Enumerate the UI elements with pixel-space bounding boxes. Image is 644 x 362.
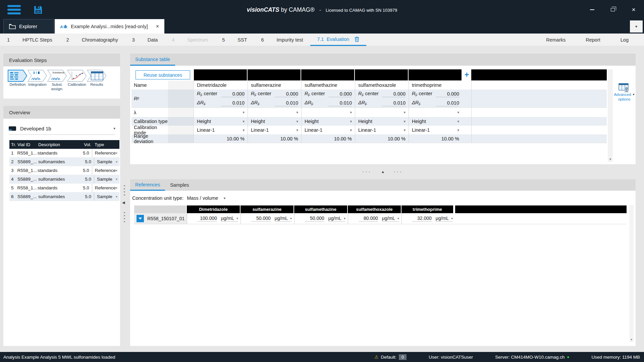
type-dropdown[interactable]: Reference▾ bbox=[92, 184, 119, 192]
step-sst[interactable]: 5SST bbox=[215, 34, 254, 46]
range-deviation-field[interactable]: 10.00 % bbox=[194, 134, 248, 143]
rf-center-field[interactable]: 0.000 bbox=[328, 91, 352, 97]
step-data[interactable]: 3Data bbox=[125, 34, 165, 46]
amount-field[interactable]: 80.000 bbox=[359, 216, 378, 222]
unit-dropdown[interactable]: µg/mL▾ bbox=[382, 216, 399, 222]
lambda-dropdown[interactable]: ▾ bbox=[301, 108, 355, 117]
rf-center-field[interactable]: 0.000 bbox=[275, 91, 298, 97]
plate-selector[interactable]: Developed 1b ▾ bbox=[9, 123, 115, 135]
column-header[interactable] bbox=[355, 69, 409, 80]
range-deviation-field[interactable]: 10.00 % bbox=[301, 134, 355, 143]
amount-field[interactable]: 100.000 bbox=[198, 216, 217, 222]
column-header[interactable] bbox=[194, 69, 248, 80]
collapse-panel-icon[interactable]: ◀ bbox=[122, 200, 125, 205]
tab-document[interactable]: A Example Analysi...mides [read-only] × bbox=[55, 19, 164, 34]
table-row[interactable]: 2 S5889_... sulfonamides 5.0 Sample▾ bbox=[9, 158, 119, 166]
eval-step-substance-assignment-icon[interactable]: Substance bbox=[47, 70, 67, 82]
tab-explorer[interactable]: Explorer bbox=[3, 19, 54, 34]
table-row[interactable]: 3 R558_1... standards 5.0 Reference▾ bbox=[9, 166, 119, 175]
close-button[interactable]: × bbox=[623, 0, 644, 19]
table-row[interactable]: 6 S5889_... sulfonamides 5.0 Sample▾ bbox=[9, 192, 119, 201]
rf-center-field[interactable]: 0.000 bbox=[436, 91, 459, 97]
splitter-handle[interactable] bbox=[124, 212, 125, 222]
calibration-mode-dropdown[interactable]: Linear-1▾ bbox=[355, 126, 409, 134]
type-dropdown[interactable]: Reference▾ bbox=[92, 166, 119, 175]
step-evaluation[interactable]: 7.1Evaluation bbox=[310, 34, 367, 46]
table-row[interactable]: 1 R558_1... standards 5.0 Reference▾ bbox=[9, 149, 119, 158]
substance-name-cell[interactable]: sulfamethoxazole bbox=[355, 80, 409, 89]
tab-close-icon[interactable]: × bbox=[156, 23, 159, 29]
default-printer-status[interactable]: ⚠ Default: 0 bbox=[374, 354, 407, 360]
eval-step-results-icon[interactable] bbox=[87, 70, 107, 82]
calibration-mode-dropdown[interactable]: Linear-1▾ bbox=[409, 126, 462, 134]
hamburger-menu-icon[interactable] bbox=[7, 5, 21, 14]
eval-step-integration-label[interactable]: Integration bbox=[28, 82, 47, 91]
calibration-mode-dropdown[interactable]: Linear-1▾ bbox=[248, 126, 301, 134]
step-hptlc-steps[interactable]: 1HPTLC Steps bbox=[0, 34, 59, 46]
substance-name-cell[interactable]: sulfamerazine bbox=[248, 80, 301, 89]
substance-name-cell[interactable]: trimethoprime bbox=[409, 80, 462, 89]
tab-references[interactable]: References bbox=[130, 179, 165, 191]
substance-name-cell[interactable]: Dimetridazole bbox=[194, 80, 248, 89]
trash-icon[interactable] bbox=[355, 37, 359, 42]
calibration-type-dropdown[interactable]: Height▾ bbox=[301, 117, 355, 126]
eval-step-calibration-label[interactable]: Calibration bbox=[67, 82, 87, 91]
calibration-mode-dropdown[interactable]: Linear-1▾ bbox=[301, 126, 355, 134]
advanced-options-button[interactable]: Advanced▾ options bbox=[613, 83, 636, 102]
substance-table-scrollbar[interactable]: ▾ bbox=[608, 69, 613, 162]
restore-button[interactable] bbox=[602, 0, 623, 19]
amount-field[interactable]: 50.000 bbox=[305, 216, 324, 222]
delta-rf-field[interactable]: 0.010 bbox=[221, 100, 245, 106]
calibration-type-dropdown[interactable]: Height▾ bbox=[248, 117, 301, 126]
table-row[interactable]: 4 S5889_... sulfonamides 5.0 Sample▾ bbox=[9, 175, 119, 184]
delta-rf-field[interactable]: 0.010 bbox=[382, 100, 406, 106]
type-dropdown[interactable]: Sample▾ bbox=[94, 175, 119, 183]
substance-name-cell[interactable]: sulfamethazine bbox=[301, 80, 355, 89]
eval-step-definition-label[interactable]: Definition bbox=[8, 82, 28, 91]
tab-substance-table[interactable]: Substance table bbox=[130, 54, 175, 66]
nav-remarks[interactable]: Remarks bbox=[546, 37, 566, 43]
range-deviation-field[interactable]: 10.00 % bbox=[409, 134, 462, 143]
eval-step-substance-assignment-label[interactable]: Subst. assign. bbox=[47, 82, 67, 91]
delta-rf-field[interactable]: 0.010 bbox=[275, 100, 298, 106]
table-row[interactable]: 5 R558_1... standards 5.0 Reference▾ bbox=[9, 184, 119, 192]
references-scrollbar[interactable]: ▾ bbox=[629, 205, 634, 342]
lambda-dropdown[interactable]: ▾ bbox=[248, 108, 301, 117]
tab-overflow-button[interactable]: ▾ bbox=[630, 20, 643, 33]
reuse-substances-button[interactable]: Reuse substances bbox=[136, 70, 190, 79]
nav-report[interactable]: Report bbox=[586, 37, 600, 43]
amount-field[interactable]: 32.000 bbox=[412, 216, 432, 222]
column-header[interactable] bbox=[248, 69, 301, 80]
lambda-dropdown[interactable]: ▾ bbox=[194, 108, 248, 117]
add-substance-button[interactable]: + bbox=[462, 69, 471, 80]
expand-row-button[interactable] bbox=[137, 215, 144, 222]
column-header[interactable] bbox=[409, 69, 462, 80]
column-header[interactable] bbox=[301, 69, 355, 80]
unit-dropdown[interactable]: µg/mL▾ bbox=[221, 216, 238, 222]
eval-step-integration-icon[interactable] bbox=[28, 70, 47, 82]
concentration-unit-select[interactable]: Mass / volume ▾ bbox=[187, 195, 225, 201]
unit-dropdown[interactable]: µg/mL▾ bbox=[275, 216, 292, 222]
eval-step-calibration-icon[interactable] bbox=[67, 70, 87, 82]
range-deviation-field[interactable]: 10.00 % bbox=[355, 134, 409, 143]
calibration-type-dropdown[interactable]: Height▾ bbox=[194, 117, 248, 126]
calibration-type-dropdown[interactable]: Height▾ bbox=[355, 117, 409, 126]
eval-step-definition-icon[interactable] bbox=[8, 70, 28, 82]
step-impurity-test[interactable]: 6Impurity test bbox=[254, 34, 310, 46]
eval-step-results-label[interactable]: Results bbox=[87, 82, 107, 91]
tab-samples[interactable]: Samples bbox=[165, 179, 194, 191]
type-dropdown[interactable]: Sample▾ bbox=[94, 192, 119, 201]
rf-center-field[interactable]: 0.000 bbox=[221, 91, 245, 97]
calibration-type-dropdown[interactable]: Height▾ bbox=[409, 117, 462, 126]
step-chromatography[interactable]: 2Chromatography bbox=[59, 34, 125, 46]
lambda-dropdown[interactable]: ▾ bbox=[355, 108, 409, 117]
unit-dropdown[interactable]: µg/mL▾ bbox=[436, 216, 453, 222]
rf-center-field[interactable]: 0.000 bbox=[382, 91, 406, 97]
collapse-up-icon[interactable]: ▲ bbox=[381, 170, 385, 174]
amount-field[interactable]: 50.000 bbox=[251, 216, 271, 222]
save-icon[interactable] bbox=[34, 5, 43, 14]
minimize-button[interactable] bbox=[582, 0, 602, 19]
scroll-down-icon[interactable]: ▾ bbox=[631, 338, 632, 341]
calibration-mode-dropdown[interactable]: Linear-1▾ bbox=[194, 126, 248, 134]
splitter-handle[interactable] bbox=[124, 185, 125, 195]
